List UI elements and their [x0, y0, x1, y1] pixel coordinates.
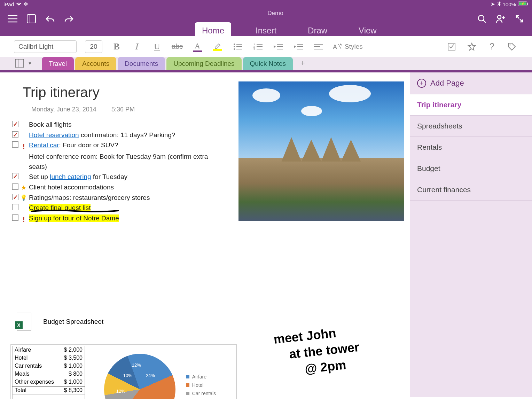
pie-slice-label: 24% [146, 373, 155, 378]
battery-icon: ⚡ [518, 1, 529, 7]
star-tag-button[interactable] [466, 41, 478, 53]
numbering-button[interactable]: 123 [252, 41, 264, 53]
font-family-select[interactable]: Calibri Light [14, 40, 77, 53]
tags-button[interactable] [506, 41, 518, 53]
svg-rect-2 [527, 3, 528, 5]
question-tag-button[interactable]: ? [486, 41, 498, 53]
link[interactable]: Hotel reservation [29, 131, 79, 139]
bold-button[interactable]: B [111, 41, 123, 53]
ribbon-tab-draw[interactable]: Draw [301, 22, 334, 39]
todo-text[interactable]: Client hotel accommodations [29, 182, 221, 193]
legend-item: Hotel [186, 382, 216, 388]
todo-row: Hotel conference room: Book for Tuesday … [12, 152, 221, 172]
todo-checkbox[interactable] [12, 194, 18, 200]
section-tab-travel[interactable]: Travel [42, 57, 74, 70]
outdent-button[interactable] [272, 41, 284, 53]
todo-checkbox[interactable] [12, 214, 18, 221]
todo-checkbox[interactable] [12, 183, 18, 190]
svg-line-7 [483, 20, 486, 23]
ribbon-tab-home[interactable]: Home [195, 22, 231, 39]
todo-text[interactable]: Book all flights [29, 120, 221, 130]
svg-point-10 [234, 46, 235, 47]
note-canvas[interactable]: Trip itinerary Monday, June 23, 2014 5:3… [0, 72, 410, 397]
page-item[interactable]: Current finances [410, 179, 532, 201]
file-attachment[interactable]: Budget Spreadsheet [17, 313, 103, 331]
table-cell: $ 1,000 [61, 362, 85, 370]
pages-panel: + Add Page Trip itinerarySpreadsheetsRen… [410, 72, 532, 397]
note-time: 5:36 PM [111, 106, 135, 113]
todo-checkbox[interactable] [12, 131, 18, 138]
align-button[interactable] [313, 41, 324, 53]
share-user-icon[interactable] [495, 13, 506, 24]
bullets-button[interactable] [232, 41, 244, 53]
ipad-status-bar: iPad ✻ ➤ 100% ⚡ [0, 0, 532, 8]
inserted-image[interactable] [238, 81, 404, 221]
bluetooth-icon [497, 1, 501, 8]
note-title[interactable]: Trip itinerary [23, 85, 100, 100]
todo-checkbox[interactable] [12, 173, 18, 179]
ribbon-tab-insert[interactable]: Insert [249, 22, 283, 39]
font-color-button[interactable]: A [191, 41, 203, 53]
strike-button[interactable]: abc [171, 41, 183, 53]
note-date: Monday, June 23, 2014 [31, 106, 96, 113]
notebook-title: Demo [81, 10, 469, 17]
svg-rect-4 [27, 15, 36, 23]
battery-percent: 100% [503, 1, 516, 7]
legend-item: Car rentals [186, 391, 216, 396]
search-icon[interactable] [476, 13, 487, 24]
table-cell: Car rentals [13, 362, 61, 370]
underline-button[interactable]: U [151, 41, 163, 53]
section-tab-quicknotes[interactable]: Quick Notes [243, 57, 293, 70]
page-item[interactable]: Rentals [410, 137, 532, 158]
panel-icon[interactable] [26, 13, 37, 24]
pie-slice-label: 10% [123, 373, 132, 378]
ribbon-tab-view[interactable]: View [352, 22, 384, 39]
device-label: iPad [3, 1, 14, 7]
important-tag-icon: ! [23, 141, 25, 151]
todo-tag-button[interactable] [446, 41, 457, 53]
table-cell: $ 1,000 [61, 378, 85, 386]
page-item[interactable]: Budget [410, 158, 532, 179]
todo-text[interactable]: Rental car: Four door or SUV? [29, 140, 221, 150]
todo-checkbox[interactable] [12, 141, 18, 148]
todo-row: !Sign up for tour of Notre Dame [12, 213, 221, 225]
todo-text[interactable]: Hotel reservation confirmation: 11 days?… [29, 130, 221, 140]
highlight-button[interactable] [212, 41, 224, 53]
section-tab-accounts[interactable]: Accounts [75, 57, 116, 70]
todo-checkbox[interactable] [12, 121, 18, 127]
embedded-spreadsheet[interactable]: Airfare$ 2,000Hotel$ 3,500Car rentals$ 1… [10, 344, 237, 399]
styles-button[interactable]: AStyles [333, 41, 363, 53]
ink-underline [30, 209, 120, 214]
add-section-button[interactable]: + [294, 56, 311, 70]
section-tab-documents[interactable]: Documents [118, 57, 165, 70]
svg-point-32 [510, 44, 511, 45]
svg-point-11 [234, 48, 235, 50]
todo-checkbox[interactable] [12, 204, 18, 210]
home-toolbar: Calibri Light 20 B I U abc A 123 AStyles… [0, 36, 532, 57]
font-size-select[interactable]: 20 [85, 40, 102, 53]
todo-text[interactable]: Sign up for tour of Notre Dame [29, 213, 221, 224]
section-tab-deadlines[interactable]: Upcoming Deadlines [166, 57, 241, 70]
todo-text[interactable]: Set up lunch catering for Tuesday [29, 172, 221, 182]
todo-text[interactable]: Ratings/maps: restaurants/grocery stores [29, 193, 221, 203]
menu-icon[interactable] [7, 13, 18, 24]
undo-icon[interactable] [45, 13, 56, 24]
notebook-selector[interactable]: ▼ [10, 56, 37, 70]
indent-button[interactable] [292, 41, 304, 53]
page-item[interactable]: Trip itinerary [410, 94, 532, 116]
add-page-label: Add Page [430, 79, 464, 88]
link[interactable]: lunch catering [50, 173, 91, 180]
ink-handwriting: meet Johnat the tower@ 2pm [273, 319, 403, 380]
page-item[interactable]: Spreadsheets [410, 116, 532, 137]
italic-button[interactable]: I [131, 41, 143, 53]
section-tabs: ▼ Travel Accounts Documents Upcoming Dea… [0, 57, 532, 72]
svg-text:A: A [333, 44, 337, 50]
todo-row: !Rental car: Four door or SUV? [12, 140, 221, 151]
fullscreen-icon[interactable] [514, 13, 525, 24]
add-page-button[interactable]: + Add Page [410, 72, 532, 94]
todo-text[interactable]: Hotel conference room: Book for Tuesday … [29, 152, 221, 172]
link[interactable]: Rental car [29, 141, 59, 149]
todo-row: ★Client hotel accommodations [12, 182, 221, 193]
table-cell: $ 800 [61, 370, 85, 378]
redo-icon[interactable] [63, 13, 75, 24]
